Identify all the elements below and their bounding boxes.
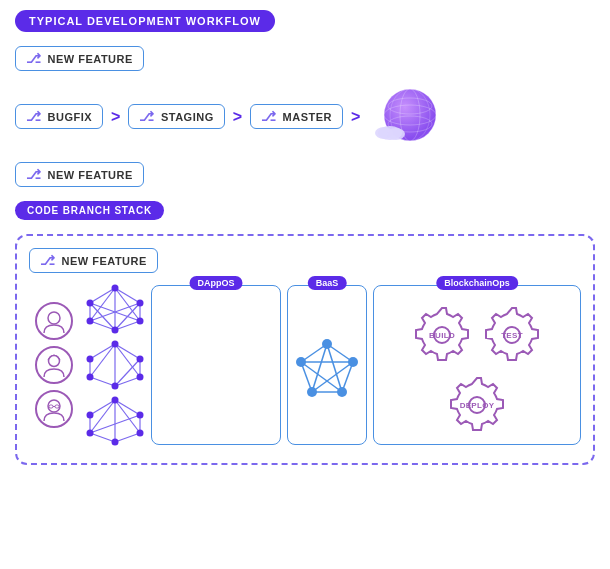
globe-icon [368, 79, 443, 154]
svg-line-68 [327, 344, 342, 392]
svg-line-59 [90, 433, 115, 442]
branch-box-staging: ⎇ STAGING [128, 104, 224, 129]
svg-line-35 [115, 344, 140, 359]
arrow-2: > [233, 108, 242, 126]
dashed-container: ⎇ NEW FEATURE [15, 234, 595, 465]
svg-point-45 [112, 341, 119, 348]
avatar-icon-3 [40, 395, 68, 423]
svg-line-51 [115, 400, 140, 415]
ops-buttons-row: BUILD TEST [382, 304, 572, 436]
branch-box-new-feature-1: ⎇ NEW FEATURE [15, 46, 144, 71]
branch-row-1: ⎇ NEW FEATURE [15, 46, 595, 71]
branch-box-new-feature-3: ⎇ NEW FEATURE [29, 248, 158, 273]
branch-icon-2: ⎇ [26, 109, 42, 124]
branch-box-new-feature-2: ⎇ NEW FEATURE [15, 162, 144, 187]
svg-line-57 [115, 433, 140, 442]
build-container: BUILD [411, 304, 473, 366]
arrow-3: > [351, 108, 360, 126]
avatars-column [29, 302, 79, 428]
branch-icon-6: ⎇ [40, 253, 56, 268]
svg-point-63 [137, 430, 144, 437]
branch-icon-4: ⎇ [261, 109, 277, 124]
baas-panel: BaaS [287, 285, 367, 445]
svg-rect-14 [55, 405, 59, 408]
deploy-container: DEPLOY [446, 374, 508, 436]
svg-point-78 [348, 357, 358, 367]
main-container: TYPICAL DEVELOPMENT WORKFLOW ⎇ NEW FEATU… [0, 0, 610, 569]
branch-box-master: ⎇ MASTER [250, 104, 343, 129]
branch-row-2: ⎇ BUGFIX > ⎇ STAGING > ⎇ MASTER > [15, 79, 595, 154]
svg-point-29 [112, 285, 119, 292]
svg-point-50 [87, 356, 94, 363]
svg-point-10 [48, 312, 60, 324]
inner-content: DAppOS BaaS [29, 283, 581, 447]
branch-label: NEW FEATURE [48, 53, 133, 65]
master-label: MASTER [283, 111, 332, 123]
avatar-3 [35, 390, 73, 428]
network-graph-2 [85, 339, 145, 391]
svg-rect-13 [49, 405, 53, 408]
svg-point-46 [137, 356, 144, 363]
svg-point-65 [87, 430, 94, 437]
svg-line-38 [90, 344, 115, 359]
svg-point-34 [87, 300, 94, 307]
blockchain-panel: BlockchainOps BUILD [373, 285, 581, 445]
baas-label: BaaS [308, 276, 347, 290]
branch-row-3: ⎇ NEW FEATURE [15, 162, 595, 187]
branch-box-bugfix: ⎇ BUGFIX [15, 104, 103, 129]
svg-point-77 [322, 339, 332, 349]
svg-line-44 [90, 377, 115, 386]
network-graph-3 [85, 395, 145, 447]
branch-icon-3: ⎇ [139, 109, 155, 124]
svg-line-54 [90, 400, 115, 415]
svg-point-64 [112, 439, 119, 446]
build-label: BUILD [429, 331, 455, 340]
svg-line-19 [90, 288, 115, 303]
dappos-label: DAppOS [190, 276, 243, 290]
svg-point-66 [87, 412, 94, 419]
arrow-1: > [111, 108, 120, 126]
svg-point-62 [137, 412, 144, 419]
code-branch-area: CODE BRANCH STACK [15, 195, 595, 226]
svg-line-39 [90, 344, 115, 377]
avatar-icon-2 [40, 351, 68, 379]
panels-row: DAppOS BaaS [151, 285, 581, 445]
branch-label-3: NEW FEATURE [62, 255, 147, 267]
svg-point-47 [137, 374, 144, 381]
svg-line-16 [115, 288, 140, 303]
staging-label: STAGING [161, 111, 214, 123]
avatar-icon-1 [40, 307, 68, 335]
blockchain-label: BlockchainOps [436, 276, 518, 290]
title-badge: TYPICAL DEVELOPMENT WORKFLOW [15, 10, 275, 32]
svg-point-33 [87, 318, 94, 325]
code-branch-badge: CODE BRANCH STACK [15, 201, 164, 220]
avatar-1 [35, 302, 73, 340]
deploy-label: DEPLOY [460, 401, 495, 410]
bugfix-label: BUGFIX [48, 111, 93, 123]
svg-point-9 [387, 128, 405, 140]
branch-icon-5: ⎇ [26, 167, 42, 182]
branch-icon: ⎇ [26, 51, 42, 66]
network-graph-1 [85, 283, 145, 335]
svg-point-49 [87, 374, 94, 381]
avatar-2 [35, 346, 73, 384]
test-container: TEST [481, 304, 543, 366]
svg-point-61 [112, 397, 119, 404]
svg-point-32 [112, 327, 119, 334]
svg-point-31 [137, 318, 144, 325]
svg-point-79 [337, 387, 347, 397]
svg-line-69 [312, 344, 327, 392]
branch-label-2: NEW FEATURE [48, 169, 133, 181]
svg-point-30 [137, 300, 144, 307]
svg-point-48 [112, 383, 119, 390]
svg-point-80 [307, 387, 317, 397]
network-graphs [85, 283, 145, 447]
dappos-panel: DAppOS [151, 285, 281, 445]
test-label: TEST [501, 331, 523, 340]
baas-network [295, 338, 359, 402]
svg-point-81 [296, 357, 306, 367]
